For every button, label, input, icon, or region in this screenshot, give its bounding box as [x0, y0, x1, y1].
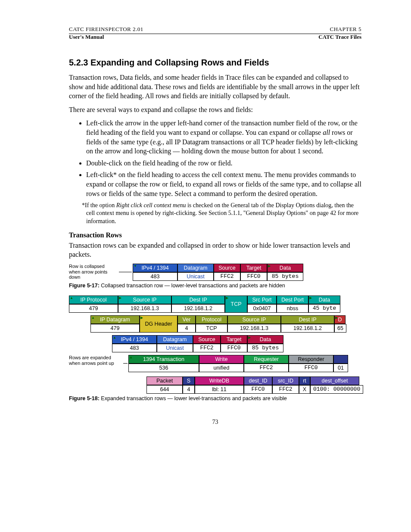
cell-responder: Responder	[289, 355, 333, 364]
cell-dest-ip-val: 192.168.1.2	[171, 304, 225, 313]
running-header: CATC FIREINSPECTOR 2.01 CHAPTER 5	[69, 26, 361, 33]
bullet-list: Left-click the arrow in the upper left-h…	[69, 118, 361, 198]
paragraph-2: There are several ways to expand and col…	[69, 105, 361, 115]
cell-writedb-val: lbl: 11	[195, 385, 244, 394]
cell-datagram: Datagram	[177, 264, 214, 272]
cell-tail	[333, 355, 348, 364]
cell-packet: Packet	[146, 376, 183, 385]
cell-ver-val: 4	[177, 324, 196, 333]
cell-data-r1-val: 45 byte	[308, 304, 340, 313]
cell-source-ip: Source IP	[118, 296, 171, 304]
cell-data-r1: Data	[308, 296, 340, 304]
cell-tail-val: 01	[333, 364, 348, 372]
cell-dest-offset-val: 0100: 00000000	[310, 385, 363, 394]
bullet-1: Left-click the arrow in the upper left-h…	[86, 118, 361, 156]
cell-write-val: unified	[199, 364, 244, 372]
cell-source-ip-r2-val: 192.168.1.3	[227, 324, 281, 333]
cell-source-r3-val: FFC2	[193, 344, 221, 352]
paragraph-3: Transaction rows can be expanded and col…	[69, 241, 361, 259]
figure-5-17: Row is collapsed when arrow points down …	[69, 264, 361, 281]
footnote: *If the option Right click cell context …	[69, 202, 361, 225]
cell-source-ip-r2: Source IP	[227, 315, 281, 324]
cell-protocol: Protocol	[196, 315, 227, 324]
cell-target-r3: Target	[221, 335, 247, 344]
cell-1394-transaction-val: 536	[128, 364, 199, 372]
cell-protocol-val: TCP	[196, 324, 227, 333]
cell-requester: Requester	[244, 355, 289, 364]
cell-packet-val: 644	[146, 385, 183, 394]
cell-ip-protocol-val: 479	[69, 304, 118, 313]
cell-ip-datagram-val: 479	[90, 324, 140, 333]
header-right-bold: CATC Trace Files	[318, 34, 361, 40]
page: CATC FIREINSPECTOR 2.01 CHAPTER 5 User's…	[0, 0, 411, 443]
cell-datagram-r3: Datagram	[157, 335, 193, 344]
cell-source-ip-val: 192.168.1.3	[118, 304, 171, 313]
cell-ver: Ver	[177, 315, 196, 324]
arrow-icon	[123, 363, 128, 364]
cell-d: D	[334, 315, 346, 324]
cell-dest-port: Dest Port	[277, 296, 308, 304]
cell-source-val: FFC2	[214, 272, 240, 281]
bullet-2: Double-click on the field heading of the…	[86, 159, 361, 168]
cell-responder-val: FFC0	[289, 364, 333, 372]
arrow-icon	[119, 272, 132, 272]
cell-rt: rt	[299, 376, 310, 385]
cell-source: Source	[214, 264, 240, 272]
figure-5-17-caption: Figure 5-17: Collapsed transaction row —…	[69, 283, 361, 289]
cell-dg-header: DG Header	[140, 315, 177, 333]
cell-d-val: 65	[334, 324, 346, 333]
cell-ipv4-val: 483	[133, 272, 177, 281]
cell-writedb: WriteDB	[195, 376, 244, 385]
header-left-top: CATC FIREINSPECTOR 2.01	[69, 26, 143, 33]
fig18-side-caption: Rows are expanded when arrows point up	[69, 355, 123, 372]
cell-dest-ip-r2: Dest IP	[281, 315, 334, 324]
cell-s: S	[183, 376, 195, 385]
cell-ipv4-r3-val: 483	[112, 344, 157, 352]
cell-dest-id: dest_ID	[244, 376, 272, 385]
cell-ip-datagram: IP Datagram	[90, 315, 140, 324]
cell-src-id: src_ID	[272, 376, 299, 385]
cell-source-r3: Source	[193, 335, 221, 344]
cell-tcp: TCP	[225, 296, 247, 313]
cell-ipv4-r3: IPv4 / 1394	[112, 335, 157, 344]
cell-src-port: Src Port	[247, 296, 277, 304]
cell-target: Target	[240, 264, 267, 272]
running-header-2: User's Manual CATC Trace Files	[69, 34, 361, 40]
cell-data-val: 85 bytes	[267, 272, 303, 281]
cell-dest-offset: dest_offset	[310, 376, 359, 385]
cell-data: Data	[267, 264, 303, 272]
cell-s-val: 4	[183, 385, 195, 394]
cell-target-val: FFC0	[240, 272, 267, 281]
cell-dest-ip-r2-val: 192.168.1.2	[281, 324, 334, 333]
section-heading: 5.2.3 Expanding and Collapsing Rows and …	[69, 58, 361, 68]
subsection-heading: Transaction Rows	[69, 231, 361, 239]
cell-dest-port-val: nbss	[277, 304, 308, 313]
cell-ip-protocol: IP Protocol	[69, 296, 118, 304]
figure-5-18: IP Protocol 479 Source IP 192.168.1.3 De…	[69, 296, 361, 394]
fig17-side-caption: Row is collapsed when arrow points down	[69, 264, 119, 281]
cell-datagram-r3-val: Unicast	[157, 344, 193, 352]
cell-1394-transaction: 1394 Transaction	[128, 355, 199, 364]
cell-dest-id-val: FFC0	[244, 385, 272, 394]
paragraph-1: Transaction rows, Data fields, and some …	[69, 73, 361, 101]
cell-data-r3-val: 85 bytes	[247, 344, 283, 352]
cell-src-port-val: 0x0407	[247, 304, 277, 313]
cell-target-r3-val: FFC0	[221, 344, 247, 352]
cell-requester-val: FFC2	[244, 364, 289, 372]
cell-data-r3: Data	[247, 335, 283, 344]
cell-datagram-val: Unicast	[177, 272, 214, 281]
cell-rt-val: X	[299, 385, 310, 394]
cell-src-id-val: FFC2	[272, 385, 299, 394]
cell-ipv4-1394: IPv4 / 1394	[133, 264, 177, 272]
cell-write: Write	[199, 355, 244, 364]
header-left-bold: User's Manual	[69, 34, 104, 40]
page-number: 73	[69, 419, 361, 426]
bullet-3: Left-click* on the field heading to acce…	[86, 170, 361, 198]
header-right-top: CHAPTER 5	[330, 26, 361, 33]
figure-5-18-caption: Figure 5-18: Expanded transaction rows —…	[69, 395, 361, 401]
cell-dest-ip: Dest IP	[171, 296, 225, 304]
